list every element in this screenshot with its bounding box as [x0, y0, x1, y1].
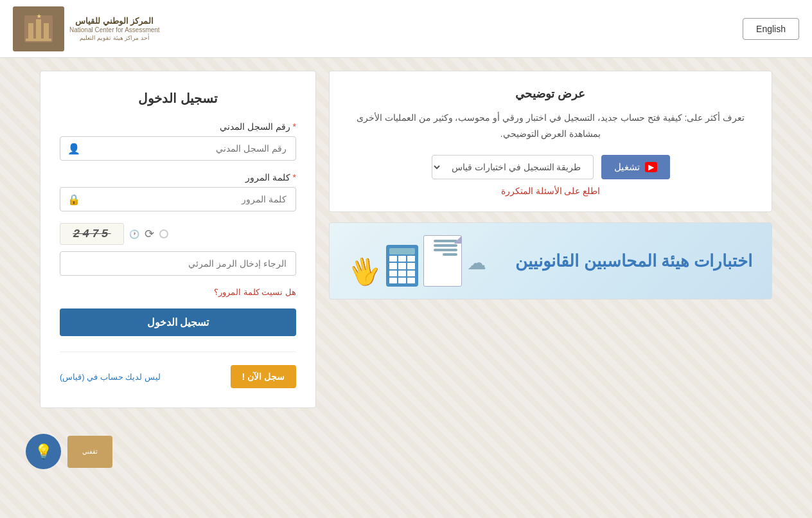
id-label: * رقم السجل المدني: [60, 121, 296, 132]
thaqafni-logo: ثقفني: [67, 436, 112, 468]
captcha-row: ⟳ 🕐 2475: [60, 223, 296, 245]
header: English المركز الوطني للقياس National Ce…: [0, 0, 812, 58]
logo-icon: ★: [13, 6, 64, 51]
id-required-star: *: [293, 121, 296, 132]
logo-area: المركز الوطني للقياس National Center for…: [13, 6, 160, 51]
password-label: * كلمة المرور: [60, 172, 296, 183]
svg-rect-4: [44, 23, 49, 39]
password-input[interactable]: [60, 187, 296, 211]
password-required-star: *: [293, 172, 296, 183]
logo-sub-text: National Center for Assessment: [69, 26, 160, 33]
logo-sub2-text: أحد مراكز هيئة تقويم التعليم: [69, 35, 160, 41]
demo-controls: ▶ تشغيل طريقة التسجيل في اختبارات قياس: [345, 155, 756, 179]
svg-rect-5: [26, 39, 51, 41]
demo-description: تعرف أكثر على: كيفية فتح حساب جديد، التس…: [345, 110, 756, 142]
cloud-icon: ☁: [467, 251, 486, 274]
banner: اختبارات هيئة المحاسبين القانونيين ☁: [329, 222, 772, 299]
banner-illustration: ☁: [349, 235, 486, 287]
thaqafni-text: ثقفني: [82, 448, 98, 455]
play-label: تشغيل: [614, 161, 640, 173]
main-content: عرض توضيحي تعرف أكثر على: كيفية فتح حساب…: [27, 71, 785, 408]
bulb-logo: 💡: [26, 434, 61, 469]
demo-dropdown[interactable]: طريقة التسجيل في اختبارات قياس: [432, 155, 594, 179]
register-link[interactable]: ليس لديك حساب في (قياس): [60, 372, 161, 382]
bulb-icon: 💡: [35, 443, 52, 460]
password-label-text: كلمة المرور: [245, 172, 290, 183]
password-input-wrapper: 🔒: [60, 187, 296, 211]
svg-rect-2: [28, 23, 33, 39]
document-icon: [423, 235, 462, 287]
youtube-icon: ▶: [645, 162, 657, 172]
captcha-image: 2475: [60, 223, 124, 245]
footer-area: ثقفني 💡: [0, 421, 812, 482]
logo-main-text: المركز الوطني للقياس: [69, 16, 160, 27]
left-panel: عرض توضيحي تعرف أكثر على: كيفية فتح حساب…: [329, 71, 772, 299]
captcha-clock-icon: 🕐: [129, 229, 139, 239]
demo-box: عرض توضيحي تعرف أكثر على: كيفية فتح حساب…: [329, 71, 772, 212]
svg-rect-3: [36, 19, 41, 39]
play-button[interactable]: ▶ تشغيل: [601, 155, 670, 179]
id-form-group: * رقم السجل المدني 👤: [60, 121, 296, 161]
captcha-refresh-icon[interactable]: ⟳: [145, 227, 154, 241]
id-input[interactable]: [60, 136, 296, 161]
faq-link[interactable]: اطلع على الأسئلة المتكررة: [345, 186, 756, 196]
captcha-input-group: [60, 251, 296, 276]
captcha-radio[interactable]: [159, 229, 168, 238]
logo-text: المركز الوطني للقياس National Center for…: [69, 16, 160, 42]
captcha-input[interactable]: [60, 251, 296, 276]
register-button[interactable]: سجل الآن !: [231, 365, 296, 388]
id-label-text: رقم السجل المدني: [220, 121, 290, 132]
id-input-wrapper: 👤: [60, 136, 296, 161]
login-panel: تسجيل الدخول * رقم السجل المدني 👤 * كلمة…: [40, 71, 316, 408]
login-title: تسجيل الدخول: [60, 91, 296, 106]
forgot-password-link[interactable]: هل نسيت كلمة المرور؟: [60, 287, 296, 297]
banner-text: اختبارات هيئة المحاسبين القانونيين: [515, 251, 752, 271]
english-button[interactable]: English: [743, 18, 799, 40]
captcha-input-wrapper: [60, 251, 296, 276]
lock-icon: 🔒: [67, 193, 80, 206]
calculator-icon: [386, 245, 418, 287]
hand-icon: 🖐: [346, 253, 384, 290]
password-form-group: * كلمة المرور 🔒: [60, 172, 296, 211]
register-section: سجل الآن ! ليس لديك حساب في (قياس): [60, 352, 296, 388]
svg-text:★: ★: [37, 13, 42, 19]
demo-title: عرض توضيحي: [345, 87, 756, 101]
register-text: ليس لديك حساب في (قياس): [60, 372, 161, 382]
person-icon: 👤: [67, 143, 80, 155]
login-button[interactable]: تسجيل الدخول: [60, 308, 296, 336]
